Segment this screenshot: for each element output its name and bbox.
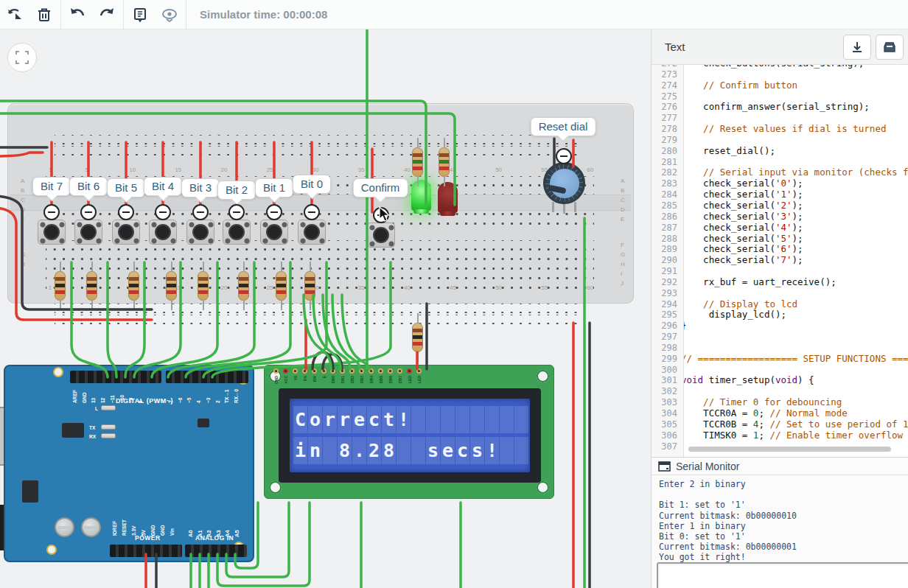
analog-header bbox=[185, 545, 247, 557]
code-line: 290 check_serial('7'); bbox=[652, 255, 908, 266]
code-text: // ================== SETUP FUNCTIONS ==… bbox=[681, 354, 908, 365]
serial-monitor-icon bbox=[658, 461, 671, 472]
line-number: 273 bbox=[652, 69, 684, 80]
resistor[interactable] bbox=[128, 271, 139, 301]
lcd-pin-label: RS bbox=[303, 376, 307, 381]
lcd-display[interactable]: Correct! in 8.28 secs! GNDVCCV0RSRWEDB0D… bbox=[264, 365, 554, 499]
redo-button[interactable] bbox=[92, 0, 122, 29]
press-handle-icon[interactable] bbox=[192, 204, 209, 220]
serial-monitor-input[interactable] bbox=[657, 562, 908, 588]
column-number: 45 bbox=[450, 167, 456, 173]
resistor[interactable] bbox=[55, 271, 66, 301]
press-handle-icon[interactable] bbox=[155, 204, 171, 220]
resistor[interactable] bbox=[439, 147, 450, 177]
circuit-canvas[interactable]: AABBCCDDEEFFGGHHIIJJ11551010151520202525… bbox=[0, 29, 651, 588]
pushbutton-bit2[interactable] bbox=[223, 220, 251, 245]
pin-label: A3 bbox=[216, 519, 222, 537]
press-handle-icon[interactable] bbox=[80, 204, 97, 220]
pin-label: GND bbox=[151, 518, 156, 536]
pushbutton-bit7[interactable] bbox=[38, 220, 66, 245]
line-number: 285 bbox=[652, 200, 684, 211]
component-tooltip: Bit 7 bbox=[32, 177, 71, 196]
column-number: 35 bbox=[358, 167, 365, 173]
lcd-pin-label: RW bbox=[312, 376, 317, 382]
line-number: 279 bbox=[652, 135, 684, 146]
code-text: void timer_setup(void) { bbox=[681, 375, 814, 386]
pushbutton-bit5[interactable] bbox=[112, 220, 140, 245]
press-handle-icon[interactable] bbox=[266, 204, 282, 220]
code-view-selector[interactable]: Text bbox=[665, 41, 843, 53]
code-text: display_lcd(); bbox=[681, 309, 786, 321]
serial-monitor-header: Serial Monitor bbox=[652, 458, 908, 475]
lcd-pin-label: DB2 bbox=[350, 376, 355, 383]
red-led[interactable] bbox=[438, 182, 458, 213]
toolbar-divider bbox=[123, 0, 124, 29]
row-letter: B bbox=[21, 187, 24, 194]
resistor[interactable] bbox=[276, 271, 287, 301]
pushbutton-confirm[interactable] bbox=[367, 223, 395, 248]
row-letter: G bbox=[621, 251, 625, 258]
download-code-button[interactable] bbox=[843, 35, 871, 60]
potentiometer[interactable] bbox=[543, 162, 585, 204]
pin-label: 3.3V bbox=[132, 518, 137, 536]
rotate-button[interactable] bbox=[0, 0, 29, 29]
resistor[interactable] bbox=[198, 271, 209, 301]
lcd-char-cell: n bbox=[308, 437, 322, 464]
notes-button[interactable] bbox=[125, 0, 155, 29]
pushbutton-bit1[interactable] bbox=[260, 220, 288, 245]
arduino-uno-board[interactable]: AREFGND1312~11~10~987~6~54~32TX→1RX←0DIG… bbox=[4, 365, 254, 562]
library-button[interactable] bbox=[876, 35, 904, 60]
fit-view-icon bbox=[15, 51, 29, 64]
lcd-pin bbox=[283, 368, 288, 374]
pushbutton-bit4[interactable] bbox=[149, 220, 177, 245]
resistor[interactable] bbox=[166, 271, 177, 301]
code-editor[interactable]: 272 check_buttons(serial_string);273274 … bbox=[652, 65, 908, 457]
lcd-char-cell bbox=[455, 406, 469, 433]
resistor[interactable] bbox=[86, 271, 97, 301]
pushbutton-bit3[interactable] bbox=[186, 220, 214, 245]
code-text: check_buttons(serial_string); bbox=[681, 65, 864, 69]
power-header bbox=[110, 545, 182, 557]
pushbutton-bit0[interactable] bbox=[298, 220, 326, 245]
press-handle-icon[interactable] bbox=[43, 204, 60, 220]
fit-view-button[interactable] bbox=[7, 43, 37, 72]
line-number: 296 bbox=[652, 321, 684, 332]
line-number: 300 bbox=[652, 365, 684, 376]
resistor[interactable] bbox=[238, 271, 249, 301]
code-line: 279 bbox=[652, 135, 908, 146]
line-number: 306 bbox=[652, 430, 684, 441]
row-letter: H bbox=[21, 261, 25, 267]
code-text: check_serial('4'); bbox=[681, 223, 803, 234]
undo-button[interactable] bbox=[63, 0, 92, 29]
pin-label: ~3 bbox=[206, 385, 212, 403]
resistor[interactable] bbox=[304, 271, 315, 301]
toolbar-divider bbox=[186, 0, 186, 29]
editor-hscrollbar[interactable] bbox=[688, 447, 891, 452]
green-led[interactable] bbox=[411, 180, 431, 211]
lcd-pin bbox=[293, 368, 298, 374]
visibility-button[interactable] bbox=[155, 0, 184, 29]
pushbutton-bit6[interactable] bbox=[74, 220, 102, 245]
line-number: 297 bbox=[652, 332, 684, 343]
mount-hole bbox=[46, 545, 57, 555]
pin-label: 4 bbox=[197, 385, 202, 403]
press-handle-icon[interactable] bbox=[304, 204, 320, 220]
press-handle-icon[interactable] bbox=[118, 204, 134, 220]
component-tooltip: Bit 1 bbox=[255, 178, 293, 197]
component-tooltip: Bit 0 bbox=[293, 175, 331, 194]
delete-button[interactable] bbox=[29, 0, 59, 29]
lcd-char-cell: ! bbox=[397, 406, 411, 433]
code-line: 297 bbox=[652, 332, 908, 343]
code-text: // Reset values if dial is turned bbox=[681, 124, 886, 135]
resistor[interactable] bbox=[412, 147, 423, 177]
column-number: 55 bbox=[541, 284, 548, 291]
code-text: check_serial('6'); bbox=[681, 244, 803, 255]
press-handle-icon[interactable] bbox=[228, 204, 245, 220]
resistor[interactable] bbox=[412, 323, 423, 352]
pot-leg bbox=[574, 202, 576, 212]
press-handle-icon[interactable] bbox=[556, 148, 572, 164]
lcd-char-cell: 2 bbox=[367, 437, 381, 464]
pin-label: 13 bbox=[91, 385, 97, 403]
lcd-char-cell: s bbox=[426, 437, 440, 464]
lcd-pin bbox=[369, 368, 374, 374]
